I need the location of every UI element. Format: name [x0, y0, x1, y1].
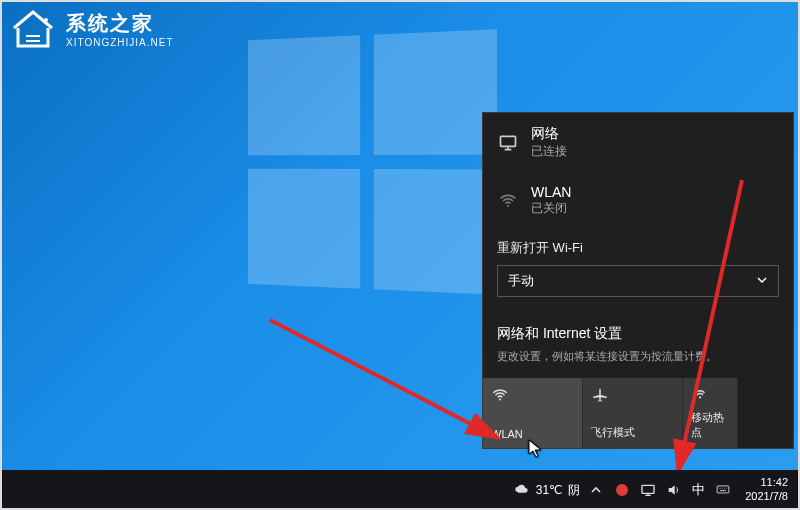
ime-indicator[interactable]: 中 — [692, 481, 705, 499]
watermark-title: 系统之家 — [66, 10, 174, 37]
weather-widget[interactable]: 31℃ 阴 — [514, 482, 580, 499]
clock-date: 2021/7/8 — [745, 490, 788, 504]
svg-rect-7 — [642, 485, 654, 493]
volume-icon[interactable] — [666, 482, 682, 498]
wifi-disabled-icon — [497, 191, 519, 211]
mouse-cursor — [528, 439, 544, 463]
svg-point-2 — [507, 205, 509, 207]
tile-hotspot-label: 移动热点 — [691, 410, 729, 440]
network-tray-icon[interactable] — [640, 482, 656, 498]
desktop-wallpaper: 系统之家 XITONGZHIJIA.NET 网络 已连接 W — [0, 0, 800, 470]
house-icon — [8, 6, 58, 52]
wlan-status: 已关闭 — [531, 200, 571, 217]
network-settings-hint: 更改设置，例如将某连接设置为按流量计费。 — [483, 345, 793, 378]
airplane-icon — [591, 386, 674, 408]
svg-point-0 — [44, 18, 48, 22]
monitor-icon — [497, 133, 519, 153]
weather-word: 阴 — [568, 482, 580, 499]
network-wlan-item[interactable]: WLAN 已关闭 — [483, 172, 793, 229]
record-indicator-icon[interactable] — [614, 482, 630, 498]
network-status: 已连接 — [531, 143, 567, 160]
temperature-text: 31℃ — [536, 483, 562, 497]
keyboard-icon[interactable] — [715, 482, 731, 498]
clock-time: 11:42 — [745, 476, 788, 490]
network-flyout-panel: 网络 已连接 WLAN 已关闭 重新打开 Wi-Fi 手动 网络和 Intern… — [482, 112, 794, 449]
wlan-title: WLAN — [531, 184, 571, 200]
reopen-wifi-dropdown[interactable]: 手动 — [497, 265, 779, 297]
cloud-icon — [514, 482, 530, 498]
tile-airplane-label: 飞行模式 — [591, 425, 674, 440]
svg-line-5 — [270, 320, 498, 438]
tile-airplane[interactable]: 飞行模式 — [583, 378, 683, 448]
tray-chevron-up-icon[interactable] — [588, 482, 604, 498]
network-settings-link[interactable]: 网络和 Internet 设置 — [483, 307, 793, 345]
site-watermark: 系统之家 XITONGZHIJIA.NET — [8, 6, 174, 52]
dropdown-value: 手动 — [508, 272, 534, 290]
quick-action-tiles: WLAN 飞行模式 移动热点 — [483, 378, 793, 448]
taskbar: 31℃ 阴 中 11:42 2021/7/8 — [0, 470, 800, 510]
taskbar-clock[interactable]: 11:42 2021/7/8 — [741, 476, 792, 504]
reopen-wifi-label: 重新打开 Wi-Fi — [483, 229, 793, 261]
network-title: 网络 — [531, 125, 567, 143]
svg-point-3 — [499, 398, 501, 400]
tile-hotspot[interactable]: 移动热点 — [683, 378, 738, 448]
svg-rect-1 — [501, 136, 516, 146]
hotspot-icon — [691, 386, 729, 408]
svg-point-4 — [699, 396, 701, 398]
watermark-subtitle: XITONGZHIJIA.NET — [66, 37, 174, 48]
tile-wlan[interactable]: WLAN — [483, 378, 583, 448]
svg-rect-8 — [717, 486, 729, 493]
windows-logo — [248, 29, 497, 295]
system-tray: 中 11:42 2021/7/8 — [588, 476, 792, 504]
network-ethernet-item[interactable]: 网络 已连接 — [483, 113, 793, 172]
wifi-icon — [491, 386, 574, 408]
chevron-down-icon — [756, 274, 768, 289]
